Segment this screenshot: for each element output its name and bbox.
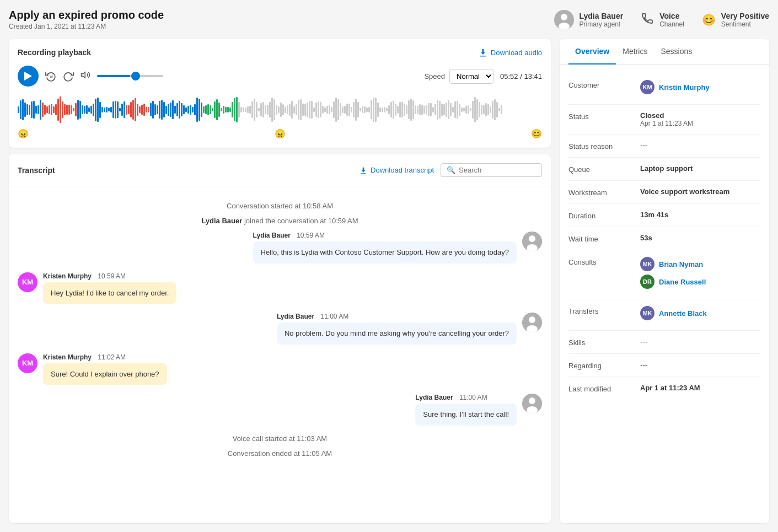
- search-icon: 🔍: [447, 166, 455, 174]
- waveform[interactable]: [18, 93, 542, 126]
- system-message-join: Lydia Bauer joined the conversation at 1…: [18, 217, 542, 225]
- agent-role: Primary agent: [580, 20, 624, 28]
- created-date: Created Jan 1, 2021 at 11:23 AM: [9, 23, 164, 30]
- customer-avatar: KM: [18, 272, 37, 292]
- consult-avatar-2: DR: [640, 275, 654, 289]
- volume-button[interactable]: [81, 70, 90, 82]
- recording-title: Recording playback: [18, 48, 91, 57]
- agent-avatar-chat: [522, 394, 542, 413]
- message-row: Lydia Bauer 11:00 AM No problem. Do you …: [18, 313, 542, 345]
- info-value-status: Closed Apr 1 at 11:23 AM: [640, 111, 760, 127]
- info-row-skills: Skills ---: [568, 331, 760, 354]
- info-value-skills: ---: [640, 337, 760, 346]
- info-row-last-modified: Last modified Apr 1 at 11:23 AM: [568, 377, 760, 400]
- message-meta: Kristen Murphy 10:59 AM: [43, 272, 176, 280]
- customer-avatar-small: KM: [640, 80, 654, 94]
- info-row-status: Status Closed Apr 1 at 11:23 AM: [568, 105, 760, 135]
- search-box[interactable]: 🔍: [441, 163, 542, 177]
- consult-avatar-1: MK: [640, 257, 654, 271]
- recording-card: Recording playback Download audio: [9, 39, 551, 148]
- system-message-end: Conversation ended at 11:05 AM: [18, 449, 542, 458]
- message-meta: Lydia Bauer 11:00 AM: [415, 394, 517, 401]
- info-value-status-reason: ---: [640, 141, 760, 149]
- info-label-transfers: Transfers: [568, 306, 640, 315]
- consult-1-link[interactable]: Brian Nyman: [659, 260, 703, 268]
- message-meta: Lydia Bauer 11:00 AM: [277, 313, 517, 320]
- download-transcript-button[interactable]: Download transcript: [360, 166, 434, 174]
- download-audio-label: Download audio: [491, 49, 542, 57]
- message-content: Kristen Murphy 11:02 AM Sure! Could I ex…: [43, 353, 167, 385]
- agent-avatar-chat: [522, 232, 542, 251]
- right-panel: Overview Metrics Sessions Customer KM Kr…: [560, 39, 769, 523]
- info-row-consults: Consults MK Brian Nyman DR Diane Russell: [568, 250, 760, 299]
- svg-point-1: [561, 14, 567, 20]
- info-value-queue: Laptop support: [640, 164, 760, 173]
- message-content: Lydia Bauer 11:00 AM Sure thing. I'll st…: [415, 394, 517, 426]
- agent-avatar-chat: [522, 313, 542, 332]
- agent-avatar: [554, 10, 574, 30]
- channel-label: Channel: [659, 20, 684, 28]
- svg-point-13: [529, 397, 535, 404]
- info-value-regarding: ---: [640, 361, 760, 369]
- right-panel-tabs: Overview Metrics Sessions: [560, 39, 769, 65]
- transfer-1-link[interactable]: Annette Black: [659, 309, 707, 318]
- message-bubble: Hey Lydia! I'd like to cancel my order.: [43, 282, 176, 304]
- info-row-queue: Queue Laptop support: [568, 158, 760, 181]
- customer-name-link[interactable]: Kristin Murphy: [659, 83, 710, 92]
- info-label-status: Status: [568, 111, 640, 121]
- info-label-status-reason: Status reason: [568, 141, 640, 151]
- info-label-customer: Customer: [568, 80, 640, 89]
- svg-text:10: 10: [50, 75, 53, 78]
- info-label-duration: Duration: [568, 211, 640, 220]
- message-bubble: No problem. Do you mind me asking why yo…: [277, 323, 517, 345]
- message-row: KM Kristen Murphy 10:59 AM Hey Lydia! I'…: [18, 272, 542, 304]
- info-value-wait-time: 53s: [640, 234, 760, 242]
- speed-select[interactable]: 0.5x 0.75x Normal 1.25x 1.5x 2x: [449, 69, 493, 84]
- play-button[interactable]: [18, 66, 39, 87]
- message-content: Lydia Bauer 10:59 AM Hello, this is Lydi…: [253, 232, 517, 264]
- message-bubble: Hello, this is Lydia with Contoso Custom…: [253, 241, 517, 264]
- consult-2-link[interactable]: Diane Russell: [659, 278, 706, 286]
- message-content: Lydia Bauer 11:00 AM No problem. Do you …: [277, 313, 517, 345]
- download-audio-button[interactable]: Download audio: [479, 48, 542, 57]
- info-value-consults: MK Brian Nyman DR Diane Russell: [640, 257, 760, 292]
- customer-avatar: KM: [18, 353, 37, 373]
- message-bubble: Sure thing. I'll start the call!: [415, 404, 517, 426]
- message-row: Lydia Bauer 11:00 AM Sure thing. I'll st…: [18, 394, 542, 426]
- info-row-customer: Customer KM Kristin Murphy: [568, 73, 760, 105]
- search-input[interactable]: [459, 166, 536, 174]
- info-value-last-modified: Apr 1 at 11:23 AM: [640, 384, 760, 392]
- transcript-title: Transcript: [18, 166, 55, 175]
- rewind-button[interactable]: 10: [45, 71, 56, 82]
- info-label-skills: Skills: [568, 337, 640, 347]
- page-title: Apply an expired promo code: [9, 9, 164, 22]
- speed-label: Speed: [424, 72, 445, 80]
- info-row-wait-time: Wait time 53s: [568, 227, 760, 250]
- right-panel-body: Customer KM Kristin Murphy Status Closed…: [560, 65, 769, 523]
- tab-metrics[interactable]: Metrics: [616, 39, 654, 65]
- info-label-workstream: Workstream: [568, 187, 640, 197]
- sentiment-value: Very Positive: [721, 12, 769, 20]
- info-row-status-reason: Status reason ---: [568, 135, 760, 158]
- info-value-duration: 13m 41s: [640, 211, 760, 219]
- info-value-workstream: Voice support workstream: [640, 187, 760, 196]
- info-label-queue: Queue: [568, 164, 640, 174]
- info-row-workstream: Workstream Voice support workstream: [568, 181, 760, 204]
- info-label-last-modified: Last modified: [568, 384, 640, 393]
- message-bubble: Sure! Could I explain over phone?: [43, 363, 167, 385]
- info-label-wait-time: Wait time: [568, 234, 640, 243]
- download-transcript-label: Download transcript: [371, 166, 434, 174]
- current-time: 05:52: [500, 72, 518, 80]
- message-content: Kristen Murphy 10:59 AM Hey Lydia! I'd l…: [43, 272, 176, 304]
- message-meta: Kristen Murphy 11:02 AM: [43, 353, 167, 361]
- tab-overview[interactable]: Overview: [568, 39, 616, 65]
- transcript-content: Conversation started at 10:58 AM Lydia B…: [9, 186, 551, 473]
- tab-sessions[interactable]: Sessions: [654, 39, 699, 65]
- info-value-customer: KM Kristin Murphy: [640, 80, 760, 98]
- channel-name: Voice: [659, 12, 684, 20]
- forward-button[interactable]: [63, 71, 74, 82]
- time-display: 05:52 / 13:41: [500, 72, 542, 80]
- volume-slider[interactable]: [97, 75, 163, 77]
- system-message-1: Conversation started at 10:58 AM: [18, 202, 542, 210]
- total-time: 13:41: [524, 72, 542, 80]
